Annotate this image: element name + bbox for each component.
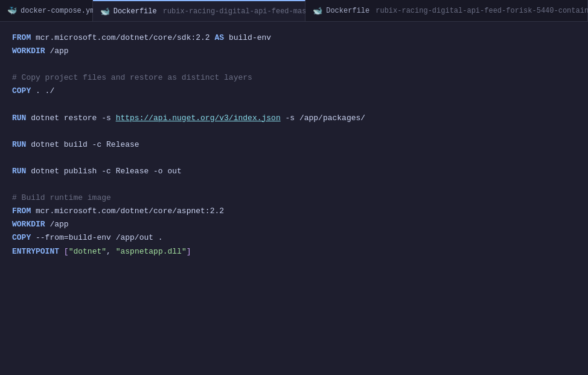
code-line-comment-2: # Build runtime image xyxy=(12,191,576,205)
tab-docker-compose[interactable]: 🐳 docker-compose.yml xyxy=(0,0,93,21)
tab-dockerfile-forisk[interactable]: 🐋 Dockerfile rubix-racing-digital-api-fe… xyxy=(305,0,588,21)
blank-5 xyxy=(12,178,576,191)
code-line-run-publish: RUN dotnet publish -c Release -o out xyxy=(12,165,576,178)
code-line-1: FROM mcr.microsoft.com/dotnet/core/sdk:2… xyxy=(12,31,576,45)
nuget-link[interactable]: https://api.nuget.org/v3/index.json xyxy=(116,112,281,125)
code-line-run-build: RUN dotnet build -c Release xyxy=(12,138,576,152)
code-line-2: WORKDIR /app xyxy=(12,45,576,58)
code-line-workdir-2: WORKDIR /app xyxy=(12,218,576,231)
tab-label-dockerfile-forisk: Dockerfile xyxy=(326,7,369,15)
kw-run-2: RUN xyxy=(12,138,26,152)
code-editor: FROM mcr.microsoft.com/dotnet/core/sdk:2… xyxy=(0,22,588,375)
dockerfile-master-icon: 🐋 xyxy=(100,7,110,16)
docker-compose-icon: 🐳 xyxy=(7,6,17,16)
tab-subtitle-dockerfile-master: rubix-racing-digital-api-feed-master xyxy=(163,7,319,16)
dockerfile-forisk-icon: 🐋 xyxy=(313,6,322,16)
kw-entrypoint: ENTRYPOINT xyxy=(12,245,59,258)
blank-3 xyxy=(12,125,576,138)
code-line-copy-2: COPY --from=build-env /app/out . xyxy=(12,231,576,245)
kw-workdir-1: WORKDIR xyxy=(12,45,45,58)
blank-4 xyxy=(12,152,576,165)
code-line-copy-1: COPY . ./ xyxy=(12,85,576,98)
kw-workdir-2: WORKDIR xyxy=(12,218,45,231)
code-line-from-2: FROM mcr.microsoft.com/dotnet/core/aspne… xyxy=(12,205,576,218)
kw-from-2: FROM xyxy=(12,205,31,218)
kw-run-3: RUN xyxy=(12,165,26,178)
tab-bar: 🐳 docker-compose.yml 🐋 Dockerfile rubix-… xyxy=(0,0,588,22)
kw-as: AS xyxy=(214,31,224,45)
kw-from-1: FROM xyxy=(12,31,31,45)
code-line-run-restore: RUN dotnet restore -s https://api.nuget.… xyxy=(12,112,576,125)
tab-subtitle-dockerfile-forisk: rubix-racing-digital-api-feed-forisk-544… xyxy=(375,7,588,15)
blank-1 xyxy=(12,58,576,71)
kw-run-1: RUN xyxy=(12,112,26,125)
code-line-entrypoint: ENTRYPOINT [ "dotnet" , "aspnetapp.dll" … xyxy=(12,245,576,258)
blank-2 xyxy=(12,98,576,111)
tab-label-dockerfile-master: Dockerfile xyxy=(113,7,157,16)
tab-dockerfile-master[interactable]: 🐋 Dockerfile rubix-racing-digital-api-fe… xyxy=(93,0,306,21)
kw-copy-2: COPY xyxy=(12,231,31,245)
code-line-comment-1: # Copy project files and restore as dist… xyxy=(12,71,576,85)
tab-label-docker-compose: docker-compose.yml xyxy=(21,7,99,15)
kw-copy-1: COPY xyxy=(12,85,31,98)
